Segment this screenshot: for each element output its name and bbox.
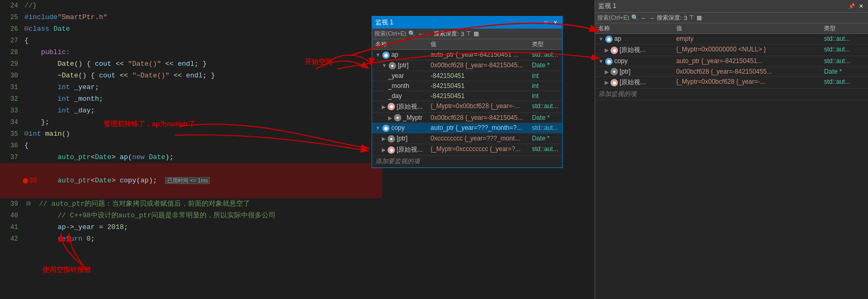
month-name: _month	[388, 82, 409, 90]
myptr-icon: ●	[394, 114, 401, 121]
depth-label: 搜索深度:	[434, 30, 459, 38]
watch2-table: 名称 值 类型 ▼◉ap empty std::aut... ▶◈[原始视...…	[595, 23, 868, 100]
w2-copy-name: copy	[614, 57, 628, 65]
search-label: 搜索(Ctrl+E)	[374, 30, 406, 38]
settings-icon[interactable]: ▦	[474, 30, 479, 37]
w2-add-watch[interactable]: 添加监视的项	[595, 89, 868, 100]
w2-search-icon[interactable]: 🔍	[631, 14, 639, 21]
col-type-header: 类型	[529, 39, 562, 50]
watch-row-ap[interactable]: ▼◉ap auto_ptr {_year=-842150451 ... std:…	[372, 50, 562, 60]
nav-fwd-icon[interactable]: →	[426, 31, 432, 37]
watch-row-copy[interactable]: ▼◉copy auto_ptr {_year=???_month=?... st…	[372, 123, 562, 134]
w2-col-type: 类型	[821, 23, 868, 34]
watch-window-2: 监视 1 📌 ✕ 搜索(Ctrl+E) 🔍 ← → 搜索深度: 3 ⊤ ▦ 名称…	[595, 0, 868, 299]
code-line-26: 26 ⊟class Date	[0, 23, 382, 35]
code-line-30: 30 ~Date() { cout << "~Date()" << endl; …	[0, 70, 382, 82]
ap-icon: ◉	[382, 51, 390, 59]
ap-value: auto_ptr {_year=-842150451 ...	[431, 51, 519, 58]
copy-name: copy	[391, 124, 405, 131]
annotation-guanliquan: 管理权转移了，ap为nullptr了	[104, 119, 195, 129]
w2-col-name: 名称	[595, 23, 673, 34]
code-line-42: 42 return 0;	[0, 233, 382, 245]
nav-back-icon[interactable]: ←	[418, 31, 424, 37]
code-line-38: 38 auto_ptr<Date> copy(ap); 已用时间 <= 1ms	[0, 163, 382, 198]
orig-name: [原始视...	[397, 103, 423, 110]
copy-ptr-icon: ●	[388, 135, 395, 143]
col-value-header: 值	[427, 39, 529, 50]
watch-window-1: 监视 1 — □ ✕ 搜索(Ctrl+E) 🔍 ← → 搜索深度: 3 ⊤ ▦ …	[372, 16, 563, 168]
w2-row-copy-ptr[interactable]: ▶●[ptr] 0x00bcf628 {_year=-842150455... …	[595, 66, 868, 77]
w2-nav-back[interactable]: ←	[641, 15, 647, 21]
code-line-33: 33 int _day;	[0, 105, 382, 117]
w2-row-copy-orig[interactable]: ▶◈[原始视... {_Myptr=0x00bcf628 {_year=-...…	[595, 77, 868, 89]
w2-row-copy[interactable]: ▼◉copy auto_ptr {_year=-842150451... std…	[595, 56, 868, 66]
restore-button[interactable]: □	[542, 19, 549, 27]
copy-orig-icon: ◈	[388, 146, 395, 154]
watch-row-ap-ptr[interactable]: ▼●[ptr] 0x00bcf628 {_year=-84215045... D…	[372, 60, 562, 71]
code-line-31: 31 int _year;	[0, 82, 382, 93]
w2-copy-orig-name: [原始视...	[620, 78, 646, 86]
w2-filter-icon[interactable]: ⊤	[689, 14, 694, 21]
w2-add-watch-label[interactable]: 添加监视的项	[595, 89, 868, 100]
filter-icon[interactable]: ⊤	[466, 30, 471, 37]
watch1-toolbar: 搜索(Ctrl+E) 🔍 ← → 搜索深度: 3 ⊤ ▦	[372, 29, 562, 39]
watch2-toolbar: 搜索(Ctrl+E) 🔍 ← → 搜索深度: 3 ⊤ ▦	[595, 13, 868, 23]
watch-row-copy-orig[interactable]: ▶◈[原始视... {_Myptr=0xcccccccc {_year=?...…	[372, 144, 562, 156]
w2-nav-fwd[interactable]: →	[649, 15, 655, 21]
code-line-36: 36 {	[0, 140, 382, 152]
watch2-title-bar: 监视 1 📌 ✕	[595, 0, 868, 13]
w2-row-ap-orig[interactable]: ▶◈[原始视... {_Myptr=0x00000000 <NULL> } st…	[595, 44, 868, 56]
ptr-name: [ptr]	[398, 61, 409, 69]
add-watch-row[interactable]: 添加要监视的项	[372, 156, 562, 168]
year-name: _year	[388, 72, 404, 80]
code-line-32: 32 int _month;	[0, 93, 382, 105]
watch-row-ap-orig[interactable]: ▶◈[原始视... {_Myptr=0x00bcf628 {_year=-...…	[372, 101, 562, 112]
w2-col-value: 值	[673, 23, 821, 34]
w2-copy-ptr-name: [ptr]	[620, 68, 631, 75]
w2-depth-value: 3	[684, 15, 687, 21]
w2-row-ap[interactable]: ▼◉ap empty std::aut...	[595, 34, 868, 45]
w2-close-button[interactable]: ✕	[857, 3, 865, 10]
close-button[interactable]: ✕	[552, 19, 559, 27]
orig-icon: ◈	[388, 103, 395, 110]
watch2-controls[interactable]: 📌 ✕	[848, 3, 865, 10]
copy-orig-name: [原始视...	[397, 146, 423, 153]
watch-row-month[interactable]: _month -842150451 int	[372, 81, 562, 91]
code-line-25: 25 #include"SmartPtr.h"	[0, 12, 382, 23]
ptr-icon: ●	[389, 62, 396, 69]
day-name: _day	[388, 92, 402, 100]
depth-value: 3	[461, 31, 464, 37]
ap-name: ap	[391, 51, 398, 58]
watch-row-year[interactable]: _year -842150451 int	[372, 71, 562, 81]
watch-row-day[interactable]: _day -842150451 int	[372, 91, 562, 101]
watch1-title: 监视 1	[375, 18, 393, 27]
code-line-39: 39 ⊟ // auto_ptr的问题：当对象拷贝或者赋值后，前面的对象就悬空了	[0, 198, 382, 210]
watch1-title-bar: 监视 1 — □ ✕	[372, 16, 562, 29]
w2-depth-label: 搜索深度:	[657, 14, 682, 22]
code-line-27: 27 {	[0, 35, 382, 47]
annotation-kaishi: 开始空间	[305, 57, 332, 67]
w2-ap-name: ap	[614, 35, 621, 42]
code-line-28: 28 public:	[0, 47, 382, 58]
code-editor: 24 //} 25 #include"SmartPtr.h" 26 ⊟class…	[0, 0, 382, 299]
w2-search-label: 搜索(Ctrl+E)	[597, 14, 629, 22]
watch-row-copy-ptr[interactable]: ▶●[ptr] 0xcccccccc {_year=???_mont... Da…	[372, 134, 562, 144]
w2-settings-icon[interactable]: ▦	[697, 14, 702, 21]
watch1-controls[interactable]: — □ ✕	[532, 19, 559, 27]
w2-ap-orig-name: [原始视...	[620, 46, 646, 54]
code-line-40: 40 // C++98中设计的auto_ptr问题是非常明显的，所以实际中很多公…	[0, 210, 382, 222]
watch-row-myptr[interactable]: ▶●_Myptr 0x00bcf628 {_year=-84215045... …	[372, 112, 562, 123]
copy-icon: ◉	[382, 125, 390, 132]
search-icon[interactable]: 🔍	[408, 30, 416, 37]
col-name-header: 名称	[372, 39, 427, 50]
watch2-title: 监视 1	[598, 2, 616, 11]
watch1-table: 名称 值 类型 ▼◉ap auto_ptr {_year=-842150451 …	[372, 39, 562, 168]
w2-pin-button[interactable]: 📌	[848, 3, 855, 10]
annotation-shiyong: 使用空指针报错	[42, 265, 91, 275]
ap-type: std::aut...	[532, 51, 558, 58]
code-line-24: 24 //}	[0, 0, 382, 12]
minimize-button[interactable]: —	[532, 19, 540, 27]
code-line-41: 41 ap->_year = 2018;	[0, 222, 382, 233]
add-watch-label[interactable]: 添加要监视的项	[372, 156, 562, 168]
copy-ptr-name: [ptr]	[397, 135, 408, 142]
